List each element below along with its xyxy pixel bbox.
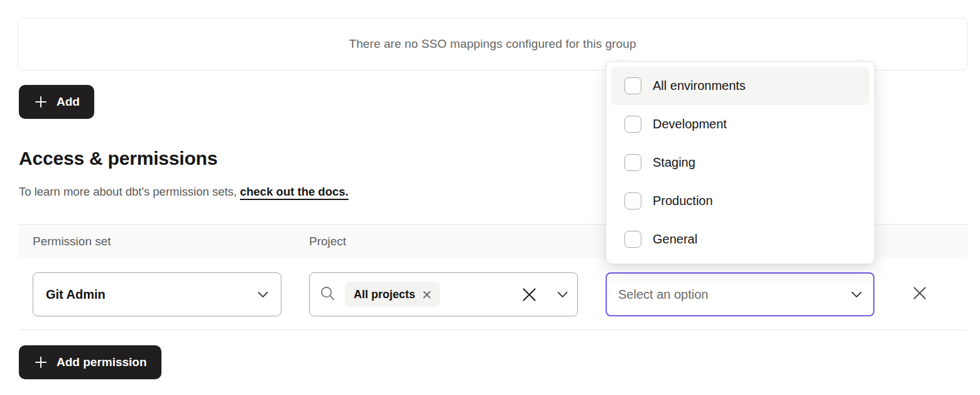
dropdown-option-all-environments[interactable]: All environments [611,67,869,105]
project-chip: All projects [345,282,440,307]
add-button-label: Add [57,95,80,109]
column-header-project: Project [309,225,346,259]
option-label: General [653,232,697,247]
project-chip-label: All projects [354,288,415,301]
option-label: Development [653,117,727,131]
checkbox-unchecked[interactable] [624,192,641,209]
permission-set-select[interactable]: Git Admin [33,272,281,316]
checkbox-unchecked[interactable] [624,154,641,171]
clear-selection-icon[interactable] [520,286,538,304]
dropdown-option-development[interactable]: Development [611,105,869,143]
remove-row-icon[interactable] [910,283,930,303]
environment-select[interactable]: Select an option [606,272,874,316]
plus-icon [33,355,48,370]
chevron-down-icon [258,291,268,298]
option-label: Staging [653,155,695,170]
checkbox-unchecked[interactable] [624,77,641,94]
add-sso-mapping-button[interactable]: Add [19,85,94,119]
option-label: All environments [653,79,746,93]
section-subtitle: To learn more about dbt's permission set… [19,185,349,199]
permission-set-value: Git Admin [46,287,106,302]
checkbox-unchecked[interactable] [624,116,641,133]
page-title: Access & permissions [19,148,217,169]
dropdown-option-general[interactable]: General [611,220,869,259]
docs-link[interactable]: check out the docs. [240,185,349,198]
add-permission-label: Add permission [57,355,147,369]
chevron-down-icon [557,291,568,298]
environment-dropdown-menu: All environments Development Staging Pro… [606,61,875,264]
add-permission-button[interactable]: Add permission [19,345,161,379]
option-label: Production [653,194,713,208]
search-icon [319,285,336,304]
subtitle-text: To learn more about dbt's permission set… [19,185,237,198]
dropdown-option-staging[interactable]: Staging [611,143,869,182]
checkbox-unchecked[interactable] [624,231,641,248]
project-multiselect[interactable]: All projects [309,272,578,316]
table-row: Git Admin All projects [19,259,967,330]
environment-placeholder: Select an option [618,287,708,302]
chip-remove-icon[interactable] [422,290,432,299]
chevron-down-icon [851,291,862,298]
dropdown-option-production[interactable]: Production [611,182,869,220]
sso-empty-message: There are no SSO mappings configured for… [349,37,636,51]
column-header-permission-set: Permission set [33,225,111,259]
group-settings-page: There are no SSO mappings configured for… [0,0,980,395]
plus-icon [33,94,48,109]
